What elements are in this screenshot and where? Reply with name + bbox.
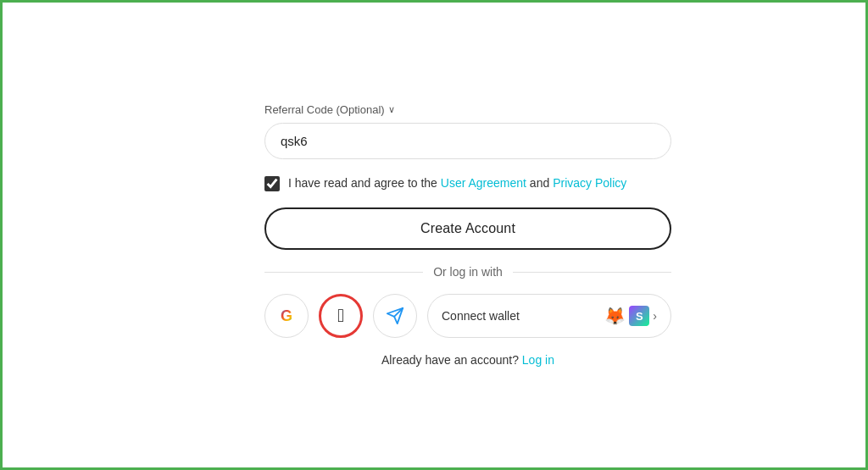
connect-wallet-label: Connect wallet (442, 309, 520, 323)
agreement-text: I have read and agree to the User Agreem… (288, 174, 626, 192)
form-wrapper: Referral Code (Optional) ∨ I have read a… (264, 103, 671, 367)
already-account-text: Already have an account? (381, 353, 519, 367)
telegram-icon (386, 307, 404, 325)
divider-row: Or log in with (264, 265, 671, 279)
apple-icon:  (337, 305, 344, 327)
agreement-checkbox[interactable] (264, 176, 280, 191)
google-login-button[interactable]: G (264, 294, 309, 338)
chevron-right-icon: › (653, 309, 657, 323)
wallet-icons: 🦊 S › (604, 306, 657, 326)
metamask-icon: 🦊 (604, 306, 626, 326)
divider-line-right (513, 272, 671, 273)
create-account-button[interactable]: Create Account (264, 207, 671, 250)
referral-label[interactable]: Referral Code (Optional) ∨ (264, 103, 671, 116)
agreement-row: I have read and agree to the User Agreem… (264, 174, 671, 192)
chevron-down-icon: ∨ (388, 104, 395, 115)
referral-section: Referral Code (Optional) ∨ (264, 103, 671, 159)
user-agreement-link[interactable]: User Agreement (441, 176, 526, 190)
login-link[interactable]: Log in (522, 353, 554, 367)
solana-icon: S (629, 306, 649, 326)
red-arrow-indicator (0, 252, 3, 337)
svg-marker-0 (0, 252, 3, 337)
social-login-row: G  Connect wallet 🦊 S (264, 294, 671, 338)
google-icon: G (281, 307, 292, 325)
divider-text: Or log in with (433, 265, 503, 279)
telegram-login-button[interactable] (373, 294, 417, 338)
login-row: Already have an account? Log in (264, 353, 671, 367)
main-container: Referral Code (Optional) ∨ I have read a… (3, 3, 865, 467)
referral-code-input[interactable] (264, 123, 671, 159)
connect-wallet-button[interactable]: Connect wallet 🦊 S › (427, 294, 671, 338)
privacy-policy-link[interactable]: Privacy Policy (553, 176, 626, 190)
apple-login-button[interactable]:  (319, 294, 363, 338)
referral-label-text: Referral Code (Optional) (264, 103, 385, 116)
divider-line-left (264, 272, 423, 273)
